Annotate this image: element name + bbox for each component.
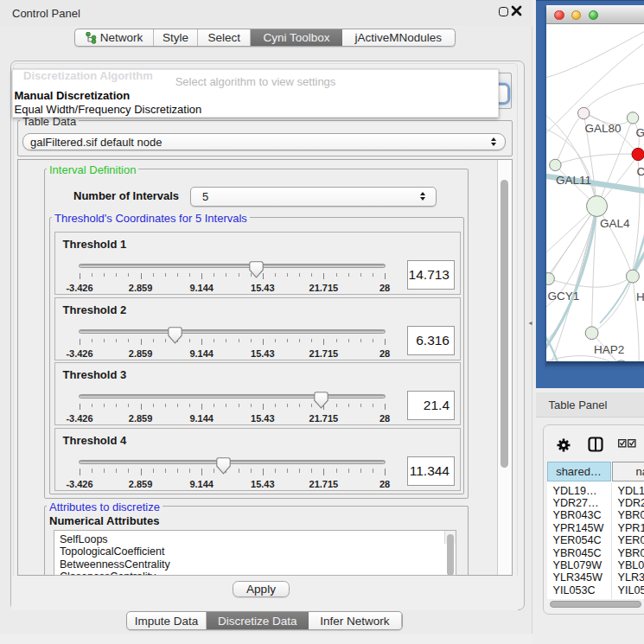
svg-text:GAL80: GAL80 (584, 122, 621, 135)
svg-text:HIS: HIS (636, 290, 644, 303)
svg-text:GAL4: GAL4 (600, 217, 630, 230)
svg-text:GAL7: GAL7 (635, 126, 644, 139)
svg-text:HAP2: HAP2 (594, 343, 624, 356)
svg-text:GCY1: GCY1 (547, 290, 579, 303)
svg-text:GAL11: GAL11 (556, 174, 591, 187)
svg-text:CY: CY (636, 165, 644, 178)
